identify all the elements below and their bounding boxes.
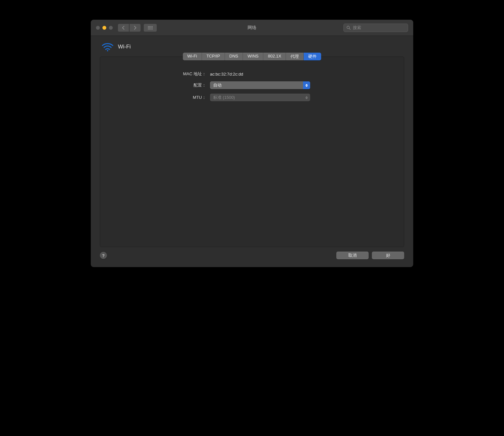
search-icon: [346, 26, 351, 30]
search-box[interactable]: [343, 24, 408, 32]
window-close-button[interactable]: [96, 26, 100, 30]
content: Wi-Fi Wi-Fi TCP/IP DNS WINS 802.1X 代理 硬件…: [91, 36, 413, 267]
mtu-label: MTU：: [113, 95, 210, 100]
configure-label: 配置：: [113, 82, 210, 88]
mac-address-value: ac:bc:32:7d:2c:dd: [210, 72, 243, 77]
svg-point-2: [107, 50, 108, 51]
ok-button[interactable]: 好: [372, 252, 404, 259]
header-row: Wi-Fi: [100, 42, 404, 51]
page-title: Wi-Fi: [118, 44, 131, 50]
tab-dns[interactable]: DNS: [225, 53, 243, 60]
mac-address-row: MAC 地址： ac:bc:32:7d:2c:dd: [113, 71, 391, 77]
tab-hardware[interactable]: 硬件: [304, 53, 321, 60]
nav-buttons: [118, 24, 141, 32]
tab-proxy[interactable]: 代理: [286, 53, 304, 60]
select-arrows-icon: [303, 94, 310, 101]
configure-select[interactable]: 自动: [210, 81, 310, 89]
tab-container: Wi-Fi TCP/IP DNS WINS 802.1X 代理 硬件: [183, 53, 321, 60]
chevron-right-icon: [133, 26, 137, 30]
hardware-form: MAC 地址： ac:bc:32:7d:2c:dd 配置： 自动 MTU：: [100, 65, 404, 101]
mtu-select: 标准 (1500): [210, 94, 310, 101]
cancel-button[interactable]: 取消: [336, 252, 369, 259]
window-title: 网络: [247, 25, 257, 31]
footer: ? 取消 好: [100, 252, 404, 259]
svg-point-0: [347, 26, 350, 28]
help-button[interactable]: ?: [100, 252, 107, 259]
tab-tcpip[interactable]: TCP/IP: [202, 53, 225, 60]
nav-forward-button[interactable]: [130, 24, 141, 32]
tab-wifi[interactable]: Wi-Fi: [183, 53, 202, 60]
traffic-lights: [96, 26, 113, 30]
configure-row: 配置： 自动: [113, 81, 391, 89]
chevron-left-icon: [122, 26, 125, 30]
titlebar: 网络: [91, 20, 413, 36]
search-input[interactable]: [353, 25, 405, 30]
tab-8021x[interactable]: 802.1X: [263, 53, 286, 60]
settings-panel: Wi-Fi TCP/IP DNS WINS 802.1X 代理 硬件 MAC 地…: [100, 57, 404, 247]
network-preferences-window: 网络 Wi-Fi Wi-Fi TCP/IP DNS WINS: [90, 19, 414, 267]
window-minimize-button[interactable]: [102, 26, 106, 30]
tabs: Wi-Fi TCP/IP DNS WINS 802.1X 代理 硬件: [100, 53, 404, 60]
mac-address-label: MAC 地址：: [113, 71, 210, 77]
mtu-row: MTU： 标准 (1500): [113, 94, 391, 101]
grid-icon: [148, 26, 152, 29]
configure-select-value: 自动: [213, 82, 222, 88]
wifi-icon: [102, 42, 113, 51]
nav-back-button[interactable]: [118, 24, 129, 32]
svg-line-1: [349, 28, 350, 29]
select-arrows-icon: [303, 81, 310, 89]
tab-wins[interactable]: WINS: [243, 53, 263, 60]
mtu-select-value: 标准 (1500): [213, 95, 235, 100]
show-all-button[interactable]: [144, 24, 157, 32]
window-maximize-button[interactable]: [109, 26, 113, 30]
